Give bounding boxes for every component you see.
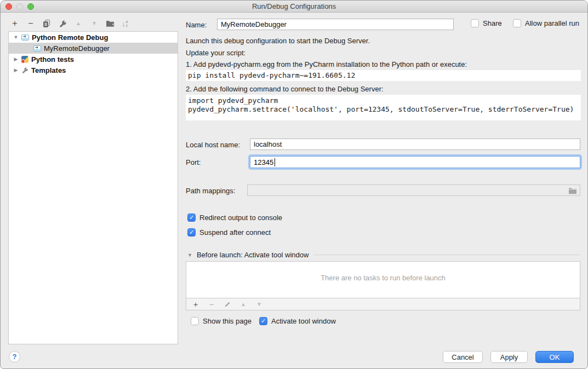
show-this-page-label: Show this page (203, 317, 252, 325)
configuration-editor: Name: Share Allow parallel run Launch th… (186, 1, 580, 369)
new-folder-icon[interactable] (106, 19, 115, 28)
allow-parallel-run-checkbox[interactable] (513, 19, 521, 27)
copy-configuration-icon[interactable] (42, 19, 51, 28)
update-script-text: Update your script: (186, 49, 246, 57)
suspend-after-connect-row: ✓ Suspend after connect (187, 228, 271, 237)
name-label: Name: (186, 21, 207, 29)
show-this-page-checkbox[interactable] (191, 317, 199, 325)
remote-debug-config-icon (21, 34, 29, 41)
step2-text: 2. Add the following command to connect … (186, 85, 384, 93)
allow-parallel-run-label: Allow parallel run (525, 19, 579, 27)
collapse-icon[interactable]: ▼ (187, 252, 192, 258)
text-caret (275, 158, 275, 166)
remove-configuration-icon[interactable]: − (26, 19, 35, 28)
collapse-icon[interactable]: ▼ (13, 34, 19, 40)
dialog-buttons: Cancel Apply OK (443, 351, 574, 363)
code-import-line: import pydevd_pycharm (188, 96, 579, 105)
share-checkbox-row: Share (471, 19, 502, 27)
local-host-input[interactable] (250, 139, 580, 150)
sort-configurations-icon[interactable]: ↓ az (122, 20, 128, 27)
redirect-output-row: ✓ Redirect output to console (187, 214, 282, 222)
activate-tool-window-checkbox[interactable]: ✓ (259, 317, 267, 325)
redirect-output-checkbox[interactable]: ✓ (187, 214, 196, 222)
move-task-down-icon[interactable]: ▼ (255, 300, 264, 309)
task-list-toolbar: + − ▲ ▼ (186, 298, 580, 310)
port-label: Port: (186, 158, 201, 166)
empty-task-list-message: There are no tasks to run before launch (186, 262, 580, 282)
ok-button[interactable]: OK (535, 351, 574, 363)
suspend-after-connect-label: Suspend after connect (199, 228, 271, 237)
tree-item-label: MyRemoteDebugger (44, 44, 110, 53)
remote-debug-config-icon (33, 45, 41, 51)
tree-item-python-tests[interactable]: ▶ Python tests (9, 54, 178, 65)
tree-item-label: Templates (31, 66, 66, 74)
move-task-up-icon[interactable]: ▲ (239, 300, 248, 309)
before-launch-label: Before launch: Activate tool window (197, 251, 309, 259)
tree-item-python-remote-debug[interactable]: ▼ Python Remote Debug (9, 32, 178, 43)
path-mappings-label: Path mappings: (186, 187, 235, 195)
add-task-icon[interactable]: + (191, 300, 200, 309)
activate-tool-window-row: ✓ Activate tool window (259, 317, 336, 325)
show-this-page-row: Show this page (191, 317, 252, 325)
run-debug-configurations-dialog: Run/Debug Configurations + − ▲ ▼ (0, 0, 588, 369)
share-checkbox[interactable] (471, 19, 479, 27)
expand-icon[interactable]: ▶ (13, 67, 19, 73)
suspend-after-connect-checkbox[interactable]: ✓ (187, 228, 196, 237)
tree-item-label: Python tests (31, 55, 74, 64)
before-launch-task-list[interactable]: There are no tasks to run before launch (186, 261, 580, 298)
pip-install-code[interactable]: pip install pydevd-pycharm~=191.6605.12 (186, 70, 581, 81)
help-button[interactable]: ? (9, 351, 20, 362)
expand-icon[interactable]: ▶ (13, 56, 19, 62)
path-mappings-field[interactable] (247, 184, 580, 196)
settrace-code-block[interactable]: import pydevd_pycharm pydevd_pycharm.set… (186, 95, 581, 120)
activate-tool-window-label: Activate tool window (271, 317, 336, 325)
configurations-tree: ▼ Python Remote Debug MyRemoteDebugger (8, 31, 178, 344)
remove-task-icon[interactable]: − (207, 300, 216, 309)
tree-item-label: Python Remote Debug (32, 33, 108, 42)
templates-wrench-icon (21, 67, 28, 74)
share-label: Share (483, 19, 502, 27)
intro-text: Launch this debug configuration to start… (186, 37, 370, 45)
edit-task-pencil-icon[interactable] (223, 300, 232, 309)
tree-item-myremotedebugger[interactable]: MyRemoteDebugger (9, 43, 178, 54)
step1-text: 1. Add pydevd-pycharm.egg from the PyCha… (186, 60, 467, 68)
configurations-toolbar: + − ▲ ▼ ↓ az (10, 18, 128, 30)
port-input[interactable] (250, 157, 580, 168)
cancel-button[interactable]: Cancel (443, 351, 483, 363)
tree-item-templates[interactable]: ▶ Templates (9, 65, 178, 76)
redirect-output-label: Redirect output to console (199, 214, 282, 222)
port-input-focused (250, 156, 580, 168)
python-tests-icon (21, 56, 28, 63)
edit-defaults-wrench-icon[interactable] (58, 19, 67, 28)
apply-button[interactable]: Apply (490, 351, 528, 363)
before-launch-section-header[interactable]: ▼ Before launch: Activate tool window (187, 251, 580, 259)
code-settrace-line: pydevd_pycharm.settrace('localhost', por… (188, 105, 579, 114)
browse-folder-icon[interactable] (568, 187, 577, 194)
local-host-label: Local host name: (186, 141, 240, 149)
move-down-icon[interactable]: ▼ (90, 19, 99, 28)
name-input[interactable] (217, 19, 454, 30)
move-up-icon[interactable]: ▲ (74, 19, 83, 28)
add-configuration-icon[interactable]: + (10, 19, 19, 28)
section-rule (314, 255, 580, 255)
allow-parallel-run-checkbox-row: Allow parallel run (513, 19, 579, 27)
